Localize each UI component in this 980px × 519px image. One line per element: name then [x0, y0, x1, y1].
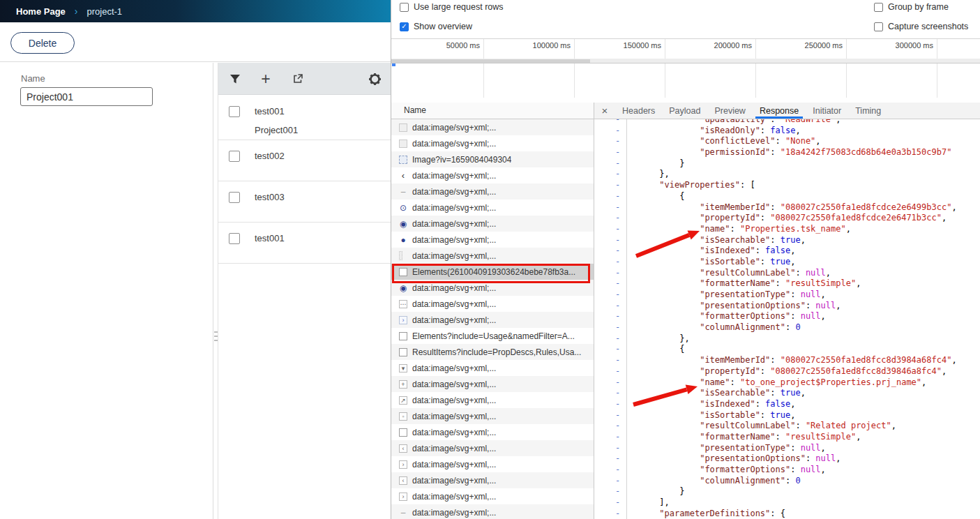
- fold-marker-icon[interactable]: -: [615, 486, 620, 497]
- item-checkbox[interactable]: [229, 106, 240, 117]
- breadcrumb-home-link[interactable]: Home Page: [16, 6, 66, 17]
- network-request-row[interactable]: –data:image/svg+xml,...: [391, 183, 594, 200]
- fold-marker-icon[interactable]: -: [615, 246, 620, 257]
- network-request-row[interactable]: data:image/svg+xml;...: [391, 424, 594, 440]
- fold-marker-icon[interactable]: -: [615, 169, 620, 180]
- scrollbar-thumb[interactable]: [391, 59, 590, 63]
- fold-marker-icon[interactable]: -: [615, 158, 620, 170]
- network-overview-timeline[interactable]: 50000 ms100000 ms150000 ms200000 ms25000…: [391, 39, 980, 98]
- network-request-row[interactable]: ›data:image/svg+xml,...: [391, 488, 594, 504]
- network-request-row[interactable]: ‹data:image/svg+xml,...: [391, 472, 594, 488]
- fold-marker-icon[interactable]: -: [615, 432, 620, 443]
- vertical-bar-icon: [399, 251, 402, 260]
- fold-marker-icon[interactable]: -: [615, 289, 620, 301]
- network-request-row[interactable]: ◦data:image/svg+xml,...: [391, 408, 594, 424]
- item-checkbox[interactable]: [229, 192, 240, 203]
- fold-marker-icon[interactable]: -: [615, 126, 620, 137]
- list-item[interactable]: test003: [218, 181, 391, 223]
- network-request-row[interactable]: ⋯data:image/svg+xml,...: [391, 296, 594, 312]
- checkbox-icon[interactable]: [400, 3, 409, 12]
- fold-marker-icon[interactable]: -: [615, 213, 620, 224]
- network-request-row[interactable]: ◉data:image/svg+xml;...: [391, 216, 594, 232]
- network-request-row[interactable]: +data:image/svg+xml,...: [391, 376, 594, 392]
- item-checkbox[interactable]: [229, 151, 240, 162]
- fold-marker-icon[interactable]: -: [615, 333, 620, 345]
- fold-marker-icon[interactable]: -: [615, 421, 620, 432]
- fold-marker-icon[interactable]: -: [615, 399, 620, 410]
- fold-marker-icon[interactable]: -: [615, 278, 620, 289]
- fold-marker-icon[interactable]: -: [615, 355, 620, 366]
- fold-marker-icon[interactable]: -: [615, 509, 620, 519]
- fold-marker-icon[interactable]: -: [615, 311, 620, 322]
- network-request-row[interactable]: –data:image/svg+xml;...: [391, 504, 594, 519]
- network-list-scrollbar[interactable]: [391, 59, 980, 63]
- option-show-overview[interactable]: ✓Show overview: [400, 22, 472, 31]
- option-use-large-request-rows[interactable]: Use large request rows: [400, 2, 504, 12]
- list-item[interactable]: test001Project001: [218, 96, 391, 140]
- network-request-row[interactable]: Image?iv=1659084049304: [391, 151, 594, 167]
- network-request-row[interactable]: ResultItems?include=PropDescs,Rules,Usa.…: [391, 344, 594, 360]
- network-request-row[interactable]: ⊙data:image/svg+xml;...: [391, 200, 594, 216]
- option-group-by-frame[interactable]: Group by frame: [874, 2, 949, 12]
- tab-response[interactable]: Response: [753, 103, 806, 119]
- network-request-row[interactable]: data:image/svg+xml;...: [391, 135, 594, 151]
- fold-marker-icon[interactable]: -: [615, 180, 620, 191]
- fold-marker-icon[interactable]: -: [615, 388, 620, 399]
- checkbox-icon[interactable]: [874, 22, 883, 31]
- fold-marker-icon[interactable]: -: [615, 410, 620, 421]
- close-icon[interactable]: ×: [594, 103, 615, 119]
- network-request-row[interactable]: ›data:image/svg+xml,...: [391, 456, 594, 472]
- option-capture-screenshots[interactable]: Capture screenshots: [874, 22, 968, 31]
- fold-marker-icon[interactable]: -: [615, 497, 620, 509]
- tab-payload[interactable]: Payload: [662, 103, 707, 119]
- fold-marker-icon[interactable]: -: [615, 366, 620, 377]
- checkbox-icon[interactable]: ✓: [400, 22, 409, 31]
- fold-marker-icon[interactable]: -: [615, 465, 620, 476]
- fold-marker-icon[interactable]: -: [615, 322, 620, 333]
- item-checkbox[interactable]: [229, 233, 240, 244]
- network-request-row[interactable]: Elements?include=Usage&namedFilter=A...: [391, 328, 594, 344]
- tab-initiator[interactable]: Initiator: [806, 103, 848, 119]
- fold-marker-icon[interactable]: -: [615, 147, 620, 158]
- name-input[interactable]: [20, 87, 153, 106]
- tab-preview[interactable]: Preview: [707, 103, 752, 119]
- json-line: - "propertyId": "080027c2550fa1ed8fcc8d3…: [594, 366, 980, 377]
- network-request-row[interactable]: ›data:image/svg+xml;...: [391, 312, 594, 328]
- network-request-row[interactable]: ↗data:image/svg+xml,...: [391, 392, 594, 408]
- fold-marker-icon[interactable]: -: [615, 453, 620, 465]
- network-name-column-header[interactable]: Name: [391, 103, 594, 119]
- open-in-new-icon[interactable]: [290, 71, 306, 86]
- network-request-row[interactable]: data:image/svg+xml;...: [391, 119, 594, 135]
- fold-marker-icon[interactable]: -: [615, 119, 620, 126]
- checkbox-icon[interactable]: [874, 3, 883, 12]
- fold-marker-icon[interactable]: -: [615, 443, 620, 454]
- fold-marker-icon[interactable]: -: [615, 202, 620, 213]
- timeline-tick-label: 300000 ms: [867, 41, 933, 50]
- filter-icon[interactable]: [227, 71, 243, 86]
- response-viewer[interactable]: - "updatability": "ReadWrite",- "isReadO…: [594, 119, 980, 519]
- fold-marker-icon[interactable]: -: [615, 257, 620, 268]
- fold-marker-icon[interactable]: -: [615, 235, 620, 246]
- fold-marker-icon[interactable]: -: [615, 224, 620, 235]
- network-request-row[interactable]: ‹data:image/svg+xml,...: [391, 440, 594, 456]
- fold-marker-icon[interactable]: -: [615, 268, 620, 279]
- request-name: data:image/svg+xml,...: [412, 251, 496, 261]
- delete-button[interactable]: Delete: [10, 32, 75, 54]
- add-icon[interactable]: +: [258, 71, 273, 86]
- tab-headers[interactable]: Headers: [615, 103, 662, 119]
- fold-marker-icon[interactable]: -: [615, 344, 620, 355]
- panel-splitter[interactable]: [213, 63, 218, 519]
- network-request-row[interactable]: ▾data:image/svg+xml,...: [391, 360, 594, 376]
- network-request-row[interactable]: ●data:image/svg+xml;...: [391, 232, 594, 248]
- settings-gear-icon[interactable]: [367, 71, 382, 86]
- list-item[interactable]: test002: [218, 140, 391, 181]
- fold-marker-icon[interactable]: -: [615, 301, 620, 312]
- fold-marker-icon[interactable]: -: [615, 377, 620, 389]
- network-request-row[interactable]: ‹data:image/svg+xml;...: [391, 167, 594, 183]
- fold-marker-icon[interactable]: -: [615, 191, 620, 202]
- tab-timing[interactable]: Timing: [848, 103, 888, 119]
- fold-marker-icon[interactable]: -: [615, 136, 620, 147]
- network-request-row[interactable]: data:image/svg+xml,...: [391, 248, 594, 264]
- fold-marker-icon[interactable]: -: [615, 476, 620, 487]
- list-item[interactable]: test001: [218, 223, 391, 264]
